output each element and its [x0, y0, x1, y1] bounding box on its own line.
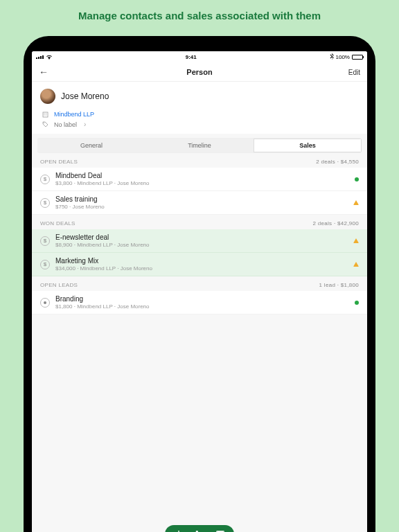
- deal-dollar-icon: $: [40, 198, 50, 208]
- deal-row[interactable]: Branding $1,800 · Mindbend LLP · Jose Mo…: [32, 291, 367, 314]
- deal-meta: $8,900 · Mindbend LLP · Jose Moreno: [55, 242, 348, 248]
- svg-rect-2: [46, 113, 46, 114]
- section-open-deals: OPEN DEALS 2 deals · $4,550: [32, 153, 367, 168]
- svg-rect-4: [46, 114, 46, 115]
- building-icon: [42, 112, 48, 118]
- avatar[interactable]: [40, 89, 55, 104]
- person-name: Jose Moreno: [61, 91, 109, 101]
- cellular-signal-icon: [36, 55, 44, 59]
- status-time: 9:41: [186, 54, 197, 60]
- section-title: OPEN LEADS: [40, 282, 78, 288]
- status-triangle-yellow: [353, 200, 359, 205]
- screen: 9:41 100% ← Person Edit Jose Moreno: [32, 51, 367, 532]
- svg-rect-3: [44, 114, 44, 115]
- deal-meta: $34,000 · Mindbend LLP · Jose Moreno: [55, 265, 348, 272]
- nav-bar: ← Person Edit: [32, 63, 367, 82]
- deal-dollar-icon: $: [40, 260, 50, 269]
- deal-row[interactable]: $ Sales training $750 · Jose Moreno: [32, 191, 367, 215]
- deal-meta: $1,800 · Mindbend LLP · Jose Moreno: [55, 303, 349, 310]
- lead-icon: [40, 298, 50, 308]
- battery-icon: [352, 55, 363, 60]
- floating-action-bar: +: [165, 525, 234, 532]
- section-summary: 2 deals · $4,550: [316, 159, 359, 165]
- battery-percent: 100%: [336, 54, 350, 60]
- tab-general[interactable]: General: [37, 139, 145, 152]
- person-header: Jose Moreno Mindbend LLP No label ›: [32, 82, 367, 134]
- content-area: OPEN DEALS 2 deals · $4,550 $ Mindbend D…: [32, 153, 367, 532]
- status-triangle-yellow: [353, 262, 359, 267]
- company-row[interactable]: Mindbend LLP: [40, 109, 359, 119]
- label-text: No label: [54, 121, 77, 128]
- svg-point-5: [43, 123, 44, 123]
- status-triangle-yellow: [353, 238, 359, 243]
- deal-title: Marketing Mix: [55, 257, 348, 265]
- tablet-screen-bezel: 9:41 100% ← Person Edit Jose Moreno: [32, 51, 367, 532]
- section-open-leads: OPEN LEADS 1 lead · $1,800: [32, 276, 367, 291]
- wifi-icon: [46, 54, 53, 61]
- tab-sales[interactable]: Sales: [254, 139, 362, 152]
- section-title: OPEN DEALS: [40, 159, 78, 165]
- svg-rect-1: [44, 113, 44, 114]
- deal-meta: $750 · Jose Moreno: [55, 204, 348, 210]
- edit-button[interactable]: Edit: [348, 69, 360, 76]
- call-button[interactable]: [194, 529, 205, 532]
- status-bar: 9:41 100%: [32, 51, 367, 63]
- deal-row[interactable]: $ Marketing Mix $34,000 · Mindbend LLP ·…: [32, 253, 367, 276]
- page-title: Person: [32, 68, 367, 76]
- deal-meta: $3,800 · Mindbend LLP · Jose Moreno: [55, 180, 349, 186]
- deal-title: Mindbend Deal: [55, 172, 349, 179]
- deal-dollar-icon: $: [40, 175, 50, 184]
- status-dot-green: [355, 177, 359, 181]
- deal-dollar-icon: $: [40, 236, 50, 246]
- section-summary: 1 lead · $1,800: [319, 282, 359, 288]
- tab-bar: General Timeline Sales: [37, 138, 362, 153]
- tag-icon: [42, 121, 48, 127]
- company-link[interactable]: Mindbend LLP: [54, 111, 94, 118]
- add-button[interactable]: +: [173, 529, 184, 532]
- deal-title: Branding: [55, 295, 349, 303]
- chevron-right-icon: ›: [84, 121, 86, 128]
- section-won-deals: WON DEALS 2 deals · $42,900: [32, 215, 367, 229]
- svg-rect-0: [43, 112, 48, 117]
- label-row[interactable]: No label ›: [40, 119, 359, 130]
- deal-row[interactable]: $ Mindbend Deal $3,800 · Mindbend LLP · …: [32, 168, 367, 191]
- bluetooth-icon: [330, 53, 334, 61]
- deal-row[interactable]: $ E-newsletter deal $8,900 · Mindbend LL…: [32, 229, 367, 253]
- section-summary: 2 deals · $42,900: [313, 220, 359, 227]
- deal-title: E-newsletter deal: [55, 233, 348, 241]
- back-button[interactable]: ←: [39, 67, 48, 77]
- email-button[interactable]: [215, 529, 226, 532]
- promo-heading: Manage contacts and sales associated wit…: [0, 0, 399, 31]
- tablet-frame: 9:41 100% ← Person Edit Jose Moreno: [24, 36, 375, 532]
- tab-timeline[interactable]: Timeline: [145, 139, 254, 152]
- section-title: WON DEALS: [40, 220, 76, 227]
- status-dot-green: [355, 301, 359, 305]
- deal-title: Sales training: [55, 195, 348, 203]
